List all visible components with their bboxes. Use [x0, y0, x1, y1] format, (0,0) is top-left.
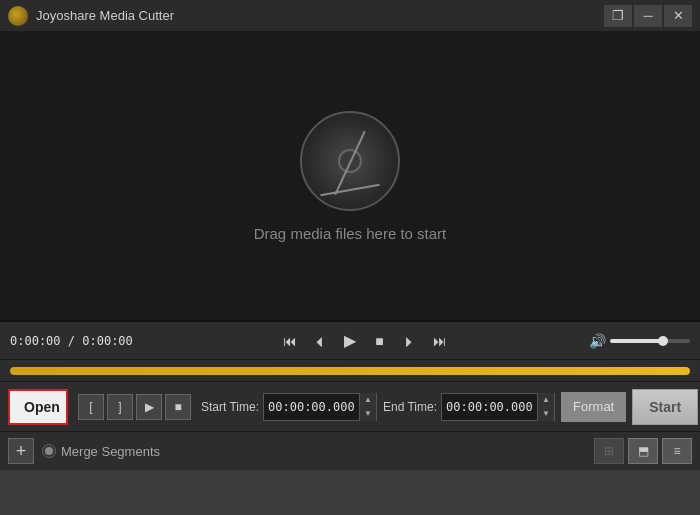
format-button[interactable]: Format	[561, 392, 626, 422]
transport-bar: 0:00:00 / 0:00:00 ⏮ ⏴ ▶ ■ ⏵ ⏭ 🔊	[0, 322, 700, 360]
drag-hint-text: Drag media files here to start	[254, 225, 447, 242]
timeline-track[interactable]	[10, 367, 690, 375]
bottom-right-buttons: ⊞ ⬒ ≡	[594, 438, 692, 464]
segment-bracket-left-button[interactable]: [	[78, 394, 104, 420]
end-time-input-wrapper: ▲ ▼	[441, 393, 555, 421]
settings-list-button[interactable]: ≡	[662, 438, 692, 464]
step-fwd-button[interactable]: ⏵	[397, 328, 423, 354]
merge-segments-label: Merge Segments	[61, 444, 160, 459]
output-folder-button[interactable]: ⬒	[628, 438, 658, 464]
film-line-2	[320, 183, 379, 195]
step-back-button[interactable]: ⏴	[307, 328, 333, 354]
start-time-input[interactable]	[264, 400, 359, 414]
start-time-label: Start Time:	[201, 400, 259, 414]
volume-icon: 🔊	[589, 333, 606, 349]
merge-segments-checkbox[interactable]	[42, 444, 56, 458]
segment-bracket-mid-button[interactable]: ]	[107, 394, 133, 420]
start-time-input-wrapper: ▲ ▼	[263, 393, 377, 421]
segment-stop-button[interactable]: ■	[165, 394, 191, 420]
start-button[interactable]: Start	[632, 389, 698, 425]
timeline-fill	[10, 367, 690, 375]
bottom-bar: + Merge Segments ⊞ ⬒ ≡	[0, 432, 700, 470]
film-line-1	[334, 130, 365, 194]
video-player-area: Drag media files here to start	[0, 32, 700, 322]
start-time-spinner: ▲ ▼	[359, 393, 376, 421]
empty-state: Drag media files here to start	[254, 111, 447, 242]
end-time-down-button[interactable]: ▼	[538, 407, 554, 421]
end-time-spinner: ▲ ▼	[537, 393, 554, 421]
title-bar: Joyoshare Media Cutter ❐ ─ ✕	[0, 0, 700, 32]
merge-segments-area: Merge Segments	[42, 444, 586, 459]
start-time-up-button[interactable]: ▲	[360, 393, 376, 407]
add-segment-button[interactable]: +	[8, 438, 34, 464]
controls-row: Open [ ] ▶ ■ Start Time: ▲ ▼ End Time: ▲…	[0, 382, 700, 432]
start-time-group: Start Time: ▲ ▼	[201, 393, 377, 421]
segment-play-button[interactable]: ▶	[136, 394, 162, 420]
app-logo	[8, 6, 28, 26]
play-button[interactable]: ▶	[337, 328, 363, 354]
film-icon	[300, 111, 400, 211]
volume-slider[interactable]	[610, 339, 690, 343]
volume-area: 🔊	[589, 333, 690, 349]
end-time-group: End Time: ▲ ▼	[383, 393, 555, 421]
minimize-button[interactable]: ─	[634, 5, 662, 27]
stop-button[interactable]: ■	[367, 328, 393, 354]
volume-thumb	[658, 336, 668, 346]
window-controls: ❐ ─ ✕	[604, 5, 692, 27]
restore-button[interactable]: ❐	[604, 5, 632, 27]
end-time-input[interactable]	[442, 400, 537, 414]
open-button[interactable]: Open	[8, 389, 68, 425]
skip-back-button[interactable]: ⏮	[277, 328, 303, 354]
end-time-label: End Time:	[383, 400, 437, 414]
timeline-area[interactable]	[0, 360, 700, 382]
grid-view-button[interactable]: ⊞	[594, 438, 624, 464]
end-time-up-button[interactable]: ▲	[538, 393, 554, 407]
start-time-down-button[interactable]: ▼	[360, 407, 376, 421]
segment-controls: [ ] ▶ ■	[78, 394, 191, 420]
app-title: Joyoshare Media Cutter	[36, 8, 604, 23]
skip-fwd-button[interactable]: ⏭	[427, 328, 453, 354]
time-display: 0:00:00 / 0:00:00	[10, 334, 140, 348]
close-button[interactable]: ✕	[664, 5, 692, 27]
transport-controls: ⏮ ⏴ ▶ ■ ⏵ ⏭	[150, 328, 579, 354]
